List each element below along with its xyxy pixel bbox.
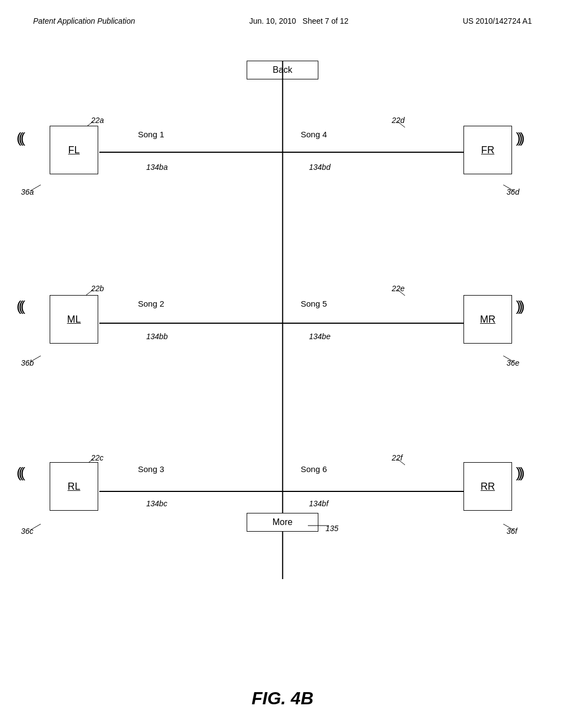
header-patent-number: US 2010/142724 A1	[463, 17, 532, 25]
ref-134bd: 134bd	[309, 163, 331, 172]
speaker-box-fl: FL	[50, 126, 98, 174]
speaker-box-fr: FR	[463, 126, 512, 174]
speaker-box-mr: MR	[463, 295, 512, 344]
diagram-area: Back 22a ((( 36a FL Song 1 134ba	[0, 44, 565, 673]
ref-22e-leader	[397, 290, 406, 296]
header-date-sheet: Jun. 10, 2010 Sheet 7 of 12	[249, 17, 349, 25]
patent-page: Patent Application Publication Jun. 10, …	[0, 0, 565, 728]
speaker-label-fr: FR	[481, 144, 494, 156]
svg-line-3	[503, 185, 514, 191]
speaker-label-rr: RR	[481, 481, 495, 493]
h-line-row3	[99, 491, 463, 492]
ref-134bf: 134bf	[309, 499, 328, 508]
ref-134bb: 134bb	[146, 332, 168, 341]
speaker-box-rr: RR	[463, 462, 512, 511]
ref-36c-leader	[30, 524, 41, 531]
ref-22f-leader	[397, 459, 406, 465]
ref-36f-leader	[503, 524, 514, 531]
song6-label: Song 6	[301, 464, 327, 474]
speaker-box-ml: ML	[50, 295, 98, 344]
waves-rl-left: (((	[17, 464, 23, 481]
speaker-box-rl: RL	[50, 462, 98, 511]
ref-134ba: 134ba	[146, 163, 168, 172]
ref-36d-leader	[503, 185, 514, 191]
svg-line-9	[30, 524, 41, 530]
svg-line-5	[30, 356, 41, 362]
waves-fr-right: )))	[516, 130, 522, 147]
song1-label: Song 1	[138, 130, 164, 139]
ref-135-leader	[308, 522, 329, 530]
song4-label: Song 4	[301, 130, 327, 139]
header-publication-type: Patent Application Publication	[33, 17, 135, 25]
vertical-center-line	[282, 61, 283, 579]
page-header: Patent Application Publication Jun. 10, …	[0, 17, 565, 25]
svg-line-1	[30, 185, 41, 191]
h-line-row1	[99, 152, 463, 153]
speaker-label-fl: FL	[68, 144, 79, 156]
svg-line-10	[397, 459, 405, 465]
ref-22d-leader	[397, 121, 406, 128]
speaker-label-ml: ML	[67, 314, 81, 325]
waves-rr-right: )))	[516, 464, 522, 481]
waves-mr-right: )))	[516, 298, 522, 315]
waves-ml-left: (((	[17, 298, 23, 315]
speaker-label-mr: MR	[480, 314, 495, 325]
ref-36a-leader	[30, 185, 41, 191]
ref-134be: 134be	[309, 332, 331, 341]
ref-134bc: 134bc	[146, 499, 167, 508]
song5-label: Song 5	[301, 299, 327, 308]
song2-label: Song 2	[138, 299, 164, 308]
svg-line-7	[503, 356, 514, 362]
svg-line-2	[397, 121, 405, 127]
svg-line-11	[503, 524, 514, 530]
song3-label: Song 3	[138, 464, 164, 474]
ref-36e-leader	[503, 356, 514, 362]
svg-line-6	[397, 290, 405, 296]
figure-label: FIG. 4B	[252, 688, 313, 709]
ref-36b-leader	[30, 356, 41, 362]
waves-fl-left: (((	[17, 130, 23, 147]
h-line-row2	[99, 323, 463, 324]
speaker-label-rl: RL	[67, 481, 80, 493]
